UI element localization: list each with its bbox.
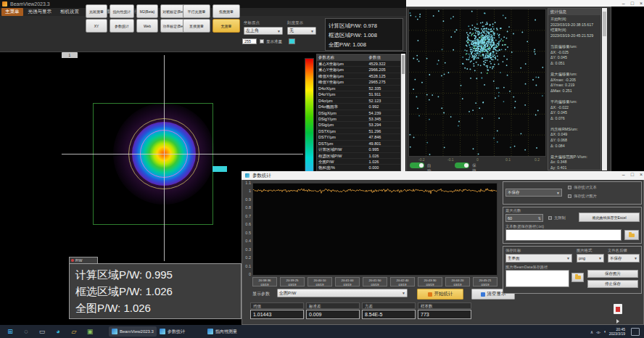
maximize-button[interactable]: □ <box>631 171 634 180</box>
table-row[interactable]: 峰值X坐标/μm4528.125 <box>317 73 400 79</box>
threshold-input[interactable]: 255 <box>242 38 257 44</box>
image-path-label: 图片/BeamData保存路径 <box>505 265 548 270</box>
table-row[interactable]: DST/μm49.801 <box>317 141 400 147</box>
axis-tick-label: 1 <box>242 189 251 193</box>
save-image-checkbox[interactable] <box>568 194 571 198</box>
mode-button[interactable]: 平行光测量 <box>183 4 210 18</box>
save-target-select[interactable]: 主界面 ▼ <box>505 254 572 263</box>
axis-tick-label: 0.9 <box>242 197 251 202</box>
file-explorer-icon[interactable]: ▱ <box>70 327 78 336</box>
origin-select[interactable]: 左上角▼ <box>244 27 283 35</box>
table-row[interactable]: D4σX/μm52.335 <box>317 86 400 91</box>
stats-line: ΔX: 0.049 <box>550 132 598 138</box>
taskbar-app[interactable]: 参数统计 <box>157 326 188 337</box>
table-row[interactable]: D4σY/μm51.911 <box>317 91 400 97</box>
save-text-checkbox[interactable] <box>568 186 571 189</box>
task-view-icon[interactable]: ▭ <box>38 327 46 336</box>
table-row[interactable]: DSigY/μm53.345 <box>317 116 400 122</box>
pointing-scatter-plot[interactable] <box>408 9 546 157</box>
table-row[interactable]: 重心Y坐标/μm2966.205 <box>317 67 400 73</box>
search-icon[interactable]: ◌ <box>22 327 30 336</box>
table-row[interactable]: DSTX/μm51.296 <box>317 128 400 134</box>
beam-display-tab[interactable]: 1 <box>62 52 78 58</box>
image-path-input[interactable] <box>505 270 569 287</box>
menu-item[interactable]: 相机设置 <box>57 8 83 16</box>
close-button[interactable]: × <box>640 0 643 7</box>
axis-tick-label: 0.1 <box>242 264 251 268</box>
table-row[interactable]: D4σ椭圆率0.992 <box>317 104 400 110</box>
crosshair-color-swatch[interactable] <box>289 38 295 44</box>
start-stats-label: 开始统计 <box>434 291 453 297</box>
display-toggle[interactable] <box>410 162 424 168</box>
unlimited-checkbox[interactable] <box>548 216 552 220</box>
mode-button[interactable]: 焦面测量 <box>212 4 240 18</box>
table-row[interactable]: 峰值Y坐标/μm2965.275 <box>317 79 400 85</box>
param-name: 框选区域P/W <box>317 153 368 158</box>
stats-window-titlebar[interactable] <box>242 171 644 180</box>
taskbar-app[interactable]: 指向性测量 <box>205 326 240 337</box>
pw-trend-chart[interactable] <box>252 183 498 276</box>
table-row[interactable]: 饱和度/%0.000 <box>317 165 400 170</box>
maximize-button[interactable]: □ <box>631 0 634 7</box>
minimize-button[interactable]: – <box>622 0 625 7</box>
crosshair-checkbox[interactable] <box>260 39 264 44</box>
stop-save-button[interactable]: 停止保存 <box>587 280 638 288</box>
table-row[interactable]: 框选区域P/W1.026 <box>317 153 400 159</box>
start-button[interactable]: ⊞ <box>6 327 15 336</box>
param-name: 峰值Y坐标/μm <box>317 79 368 84</box>
param-name: D4σ椭圆率 <box>317 104 368 109</box>
param-name: DST/μm <box>317 141 368 146</box>
taskbar-clock[interactable]: 20:45 2023/3/19 <box>609 327 625 336</box>
toolbar-button[interactable]: XY <box>86 19 107 33</box>
notification-center-button[interactable] <box>631 328 640 336</box>
mode-button[interactable]: 无测量 <box>212 19 240 33</box>
browse-image-path-button[interactable] <box>571 273 584 282</box>
taskbar-app[interactable]: BeamView2023.3 <box>109 326 157 337</box>
table-row[interactable]: 重心X坐标/μm4529.322 <box>317 61 400 67</box>
toggle-knob <box>464 163 468 168</box>
export-excel-button[interactable]: 将此曲线保存至Excel <box>579 213 640 222</box>
stats-line: ΔX: -0.022 <box>550 105 598 111</box>
scale-select[interactable]: 无▼ <box>287 27 316 35</box>
start-stats-button[interactable]: 开始统计 <box>417 289 463 300</box>
max-points-select[interactable]: 60 ⇅ <box>505 214 543 222</box>
display-toggle[interactable] <box>455 162 469 168</box>
stats-lines: 开始时间:2023/03/19-20:38:15.617结束时间:2023/03… <box>548 15 600 178</box>
toolbar-button[interactable]: 参数统计 <box>110 19 134 33</box>
menu-item[interactable]: 光强与显示 <box>25 8 56 16</box>
scrollbar-thumb[interactable] <box>603 12 606 36</box>
toolbar-button[interactable]: 指向性统计 <box>110 4 134 18</box>
stats-line: ΔY: 0.068 <box>550 138 598 144</box>
photos-icon[interactable]: ▣ <box>86 327 94 336</box>
menu-item[interactable]: 主菜单 <box>1 8 23 16</box>
table-row[interactable]: D4σ/μm52.123 <box>317 98 400 104</box>
date-label: 03/19 <box>446 283 469 287</box>
roi-rectangle[interactable] <box>93 103 213 225</box>
table-row[interactable]: DSTY/μm47.846 <box>317 134 400 140</box>
table-row[interactable]: DSigX/μm54.239 <box>317 110 400 116</box>
date-label: 03/19 <box>281 283 304 287</box>
stats-line <box>550 66 598 72</box>
toolbar-button[interactable]: M2(Beta) <box>136 4 158 18</box>
param-select[interactable]: 全图P/W ▼ <box>277 289 408 297</box>
param-value: 1.026 <box>368 159 400 164</box>
save-mode-select[interactable]: 不保存 ▼ <box>505 189 562 197</box>
save-image-button[interactable]: 保存图片 <box>587 270 638 278</box>
record-indicator[interactable] <box>614 304 622 314</box>
toolbar-button[interactable]: Web <box>136 19 158 33</box>
table-row[interactable]: 计算区域P/W0.995 <box>317 147 400 152</box>
minimize-button[interactable]: – <box>622 171 625 180</box>
edge-icon[interactable]: ◕ <box>54 327 62 336</box>
mode-button[interactable]: 直接测量 <box>183 19 210 33</box>
browse-text-path-button[interactable] <box>624 230 639 240</box>
table-row[interactable]: DSig/μm53.294 <box>317 122 400 128</box>
window-controls: –□× <box>608 0 643 7</box>
file-suffix-select[interactable]: 不保存 ▼ <box>608 254 640 263</box>
close-button[interactable]: × <box>640 171 643 180</box>
table-row[interactable]: 全图P/W1.026 <box>317 159 400 165</box>
toolbar-button[interactable]: 光斑测量 <box>86 4 107 18</box>
scrollbar-thumb[interactable] <box>402 55 405 74</box>
text-path-input[interactable] <box>505 229 622 241</box>
image-format-select[interactable]: png ▼ <box>577 254 604 263</box>
system-tray[interactable]: ∧ ◃▹ ◖ 20:45 2023/3/19 <box>590 326 625 337</box>
